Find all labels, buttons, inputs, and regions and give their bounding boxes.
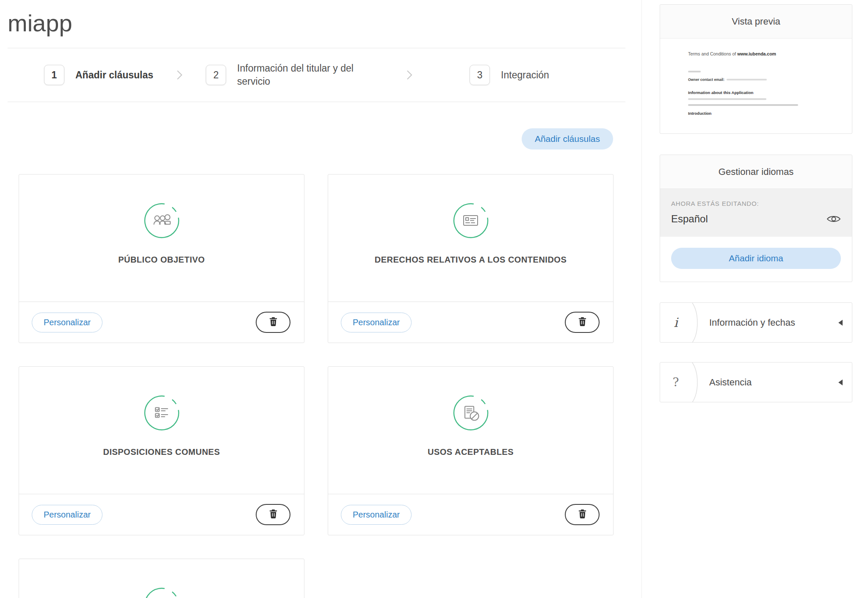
personalize-button[interactable]: Personalizar <box>32 313 102 332</box>
content-rights-icon <box>453 202 489 241</box>
actions-row: Añadir cláusulas <box>0 128 641 150</box>
clause-title: USOS ACEPTABLES <box>428 447 514 457</box>
clause-card: Personalizar <box>19 559 304 598</box>
acceptable-use-icon <box>453 395 489 433</box>
preview-doc-title: Terms and Conditions of www.iubenda.com <box>688 51 839 56</box>
clause-card: DISPOSICIONES COMUNES Personalizar <box>19 366 304 535</box>
support-panel[interactable]: ? Asistencia <box>660 362 852 402</box>
info-dates-panel[interactable]: i Información y fechas <box>660 302 852 343</box>
current-language: Español <box>671 213 708 225</box>
clause-card-body: USOS ACEPTABLES <box>328 367 613 494</box>
clause-card-body: PÚBLICO OBJETIVO <box>19 174 304 302</box>
clause-card-body <box>19 559 304 598</box>
curve-divider <box>691 363 701 402</box>
step-1-add-clauses[interactable]: 1 Añadir cláusulas <box>44 65 153 85</box>
stepper: 1 Añadir cláusulas 2 Información del tit… <box>0 48 641 102</box>
languages-panel: Gestionar idiomas AHORA ESTÁS EDITANDO: … <box>660 155 852 282</box>
clause-card-body: DERECHOS RELATIVOS A LOS CONTENIDOS <box>328 174 613 302</box>
step-1-label: Añadir cláusulas <box>75 69 153 82</box>
clause-card-footer: Personalizar <box>19 494 304 535</box>
step-1-number: 1 <box>44 65 64 85</box>
redacted-text-line <box>727 79 767 80</box>
collapse-left-icon <box>838 379 843 385</box>
step-3-integration[interactable]: 3 Integración <box>470 65 549 85</box>
info-icon: i <box>660 315 691 330</box>
clause-card-footer: Personalizar <box>19 302 304 343</box>
redacted-text-line <box>688 98 766 100</box>
info-dates-label: Información y fechas <box>709 317 838 328</box>
clause-card-footer: Personalizar <box>328 302 613 343</box>
clause-grid: PÚBLICO OBJETIVO Personalizar DERECHOS R… <box>19 174 641 598</box>
curve-divider <box>691 303 701 343</box>
step-2-owner-info[interactable]: 2 Información del titular y del servicio <box>206 62 383 88</box>
page: miapp 1 Añadir cláusulas 2 Información d… <box>0 0 868 598</box>
add-language-area: Añadir idioma <box>660 237 852 282</box>
clause-card-footer: Personalizar <box>328 494 613 535</box>
personalize-button[interactable]: Personalizar <box>341 313 412 332</box>
add-language-button[interactable]: Añadir idioma <box>671 248 841 269</box>
current-language-row: Español <box>671 213 841 225</box>
trash-icon <box>269 509 278 520</box>
clause-card: DERECHOS RELATIVOS A LOS CONTENIDOS Pers… <box>328 174 614 343</box>
clause-title: DERECHOS RELATIVOS A LOS CONTENIDOS <box>375 255 567 265</box>
main-content: miapp 1 Añadir cláusulas 2 Información d… <box>0 0 642 598</box>
eye-icon[interactable] <box>827 214 841 224</box>
delete-clause-button[interactable] <box>256 504 290 525</box>
chevron-right-icon <box>177 69 182 80</box>
step-2-label: Información del titular y del servicio <box>237 62 383 88</box>
trash-icon <box>269 317 278 328</box>
personalize-button[interactable]: Personalizar <box>341 505 412 525</box>
divider <box>8 102 625 102</box>
clause-title: PÚBLICO OBJETIVO <box>118 255 205 265</box>
redacted-text-line <box>688 104 798 106</box>
preview-section-heading: Information about this Application <box>688 90 839 95</box>
delete-clause-button[interactable] <box>565 312 600 333</box>
delete-clause-button[interactable] <box>565 504 600 525</box>
help-icon: ? <box>660 375 691 389</box>
clause-card-body: DISPOSICIONES COMUNES <box>19 367 304 494</box>
circle-icon <box>144 587 180 598</box>
chevron-right-icon <box>406 69 412 80</box>
checklist-icon <box>144 395 180 433</box>
editing-block: AHORA ESTÁS EDITANDO: Español <box>660 189 852 237</box>
editing-label: AHORA ESTÁS EDITANDO: <box>671 200 841 207</box>
personalize-button[interactable]: Personalizar <box>32 505 102 525</box>
clause-card: USOS ACEPTABLES Personalizar <box>328 366 614 535</box>
sidebar: Vista previa Terms and Conditions of www… <box>642 0 868 598</box>
page-title: miapp <box>8 9 641 37</box>
people-group-icon <box>144 202 180 241</box>
collapse-left-icon <box>838 320 843 326</box>
preview-panel-title: Vista previa <box>660 5 852 39</box>
clause-title: DISPOSICIONES COMUNES <box>103 447 220 457</box>
languages-panel-title: Gestionar idiomas <box>660 155 852 189</box>
trash-icon <box>578 509 587 520</box>
preview-document[interactable]: Terms and Conditions of www.iubenda.com … <box>660 39 852 133</box>
preview-panel: Vista previa Terms and Conditions of www… <box>660 4 852 134</box>
redacted-text-line <box>688 71 701 72</box>
preview-intro-heading: Introduction <box>688 111 839 116</box>
support-label: Asistencia <box>709 377 838 388</box>
step-3-number: 3 <box>470 65 490 85</box>
delete-clause-button[interactable] <box>256 312 290 333</box>
add-clauses-button[interactable]: Añadir cláusulas <box>522 128 613 150</box>
trash-icon <box>578 317 587 328</box>
step-3-label: Integración <box>501 69 549 82</box>
step-2-number: 2 <box>206 65 226 85</box>
preview-owner-line: Owner contact email: <box>688 78 839 82</box>
clause-card: PÚBLICO OBJETIVO Personalizar <box>19 174 304 343</box>
